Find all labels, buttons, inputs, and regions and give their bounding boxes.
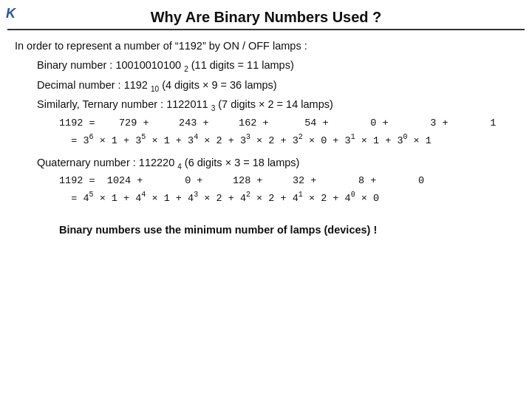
ternary-note-text: (7 digits × 2 = 14 lamps) <box>218 98 333 110</box>
binary-value: 10010010100 <box>115 59 181 71</box>
binary-note-text: (11 digits = 11 lamps) <box>191 59 294 71</box>
quaternary-note-text: (6 digits × 3 = 18 lamps) <box>185 157 300 168</box>
quaternary-subscript: 4 <box>177 163 182 171</box>
quaternary-eq1: 1192 = 1024 + 0 + 128 + 32 + 8 + 0 <box>59 174 517 189</box>
content-area: In order to represent a number of “1192”… <box>0 30 532 238</box>
decimal-subscript: 10 <box>151 85 159 93</box>
page-title: Why Are Binary Numbers Used ? <box>7 9 525 26</box>
binary-label: Binary number <box>37 59 106 71</box>
ternary-label: Similarly, Ternary number <box>37 98 157 110</box>
title-area: Why Are Binary Numbers Used ? <box>7 0 525 30</box>
ternary-value: 1122011 <box>166 98 208 110</box>
conclusion-text: Binary numbers use the minimum number of… <box>59 222 517 238</box>
ternary-eq1: 1192 = 729 + 243 + 162 + 54 + 0 + 3 + 1 <box>59 116 517 132</box>
ternary-eq2: = 36 × 1 + 35 × 1 + 34 × 2 + 33 × 2 + 32… <box>59 132 517 149</box>
ternary-subscript: 3 <box>211 104 216 112</box>
quaternary-eq2: = 45 × 1 + 44 × 1 + 43 × 2 + 42 × 2 + 41… <box>59 189 517 206</box>
binary-subscript: 2 <box>184 65 188 73</box>
decimal-line: Decimal number : 1192 10 (4 digits × 9 =… <box>37 77 517 95</box>
quaternary-value: 112220 <box>139 157 174 168</box>
quaternary-colon: : <box>133 157 139 168</box>
ternary-colon: : <box>160 98 166 110</box>
decimal-colon: : <box>118 79 124 91</box>
decimal-label: Decimal number <box>37 79 115 91</box>
decimal-note-text: (4 digits × 9 = 36 lamps) <box>162 79 277 91</box>
logo: K <box>6 6 16 21</box>
quaternary-line: Quaternary number : 112220 4 (6 digits ×… <box>37 154 517 172</box>
quaternary-label: Quaternary number <box>37 157 130 168</box>
ternary-line: Similarly, Ternary number : 1122011 3 (7… <box>37 96 517 114</box>
decimal-value: 1192 <box>124 79 148 91</box>
intro-text: In order to represent a number of “1192”… <box>15 38 517 54</box>
binary-line: Binary number : 10010010100 2 (11 digits… <box>37 57 517 75</box>
